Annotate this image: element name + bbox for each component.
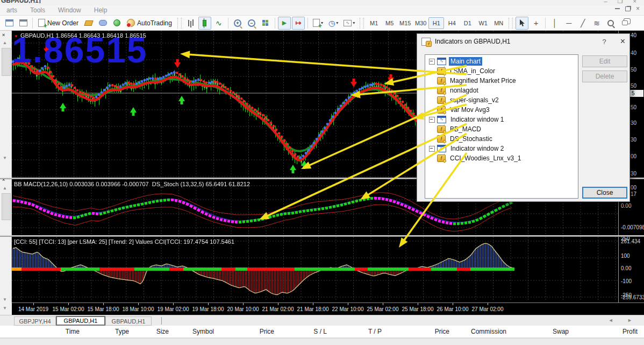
line-chart-icon[interactable]: ∿ bbox=[212, 17, 225, 30]
indicator-function-icon: f bbox=[437, 135, 446, 143]
timeframe-button-d1[interactable]: D1 bbox=[460, 17, 475, 29]
time-tick bbox=[243, 303, 244, 305]
time-tick bbox=[138, 303, 139, 305]
timeframe-button-h4[interactable]: H4 bbox=[444, 17, 460, 29]
tree-row-lsma-in-color[interactable]: fLSMA_in_Color bbox=[425, 66, 578, 76]
status-strip bbox=[0, 338, 644, 345]
periods-icon[interactable]: ◷▾ bbox=[326, 17, 340, 30]
indicator-function-icon: f bbox=[437, 77, 446, 85]
magnifier-icon[interactable] bbox=[604, 17, 617, 30]
column-header-profit: Profit bbox=[575, 326, 644, 337]
chart-tab-1[interactable]: GBPAUD,H1 bbox=[56, 316, 105, 326]
timeframe-button-m5[interactable]: M5 bbox=[382, 17, 397, 29]
time-label: 18 Mar 10:00 bbox=[123, 306, 154, 312]
bar-chart-icon[interactable] bbox=[184, 17, 197, 30]
dialog-close-icon[interactable]: × bbox=[620, 38, 625, 45]
market-watch-icon[interactable] bbox=[82, 17, 95, 30]
signals-icon[interactable] bbox=[110, 17, 123, 30]
templates-icon[interactable]: ∿▾ bbox=[341, 17, 357, 30]
chart-tab-0[interactable]: GBPJPY,H4 bbox=[14, 316, 56, 326]
time-axis[interactable]: 14 Mar 201915 Mar 02:0015 Mar 18:0018 Ma… bbox=[12, 302, 644, 315]
close-icon[interactable]: × bbox=[636, 6, 640, 11]
dock-close-icon[interactable]: × bbox=[2, 32, 5, 38]
tree-row-super-signals-v2[interactable]: fsuper-signals_v2 bbox=[425, 95, 578, 105]
vertical-line-icon[interactable]: │ bbox=[548, 17, 561, 30]
scroll-down-icon[interactable]: ▼ bbox=[3, 156, 7, 160]
tab-divider bbox=[161, 317, 162, 325]
column-header-symbol: Symbol bbox=[175, 326, 220, 337]
tree-row-bb-macd[interactable]: fBB_MACD bbox=[425, 124, 578, 134]
candlestick-chart-icon[interactable] bbox=[198, 17, 211, 30]
app-window-buttons[interactable]: – ❐ × bbox=[604, 0, 641, 5]
tree-row-var-mov-avg3[interactable]: fVar Mov Avg3 bbox=[425, 105, 578, 115]
timeframe-button-mn[interactable]: MN bbox=[491, 17, 506, 29]
scroll-up-icon[interactable]: ▲ bbox=[3, 186, 7, 191]
zoom-out-icon[interactable]: − bbox=[245, 17, 258, 30]
timeframe-button-m30[interactable]: M30 bbox=[413, 17, 428, 29]
crosshair-icon[interactable]: + bbox=[529, 17, 542, 30]
data-center-icon[interactable] bbox=[96, 17, 109, 30]
collapse-icon[interactable] bbox=[429, 59, 435, 65]
timeframe-button-m1[interactable]: M1 bbox=[366, 17, 382, 29]
tree-row-nonlagdot[interactable]: fnonlagdot bbox=[425, 86, 578, 95]
column-header-size: Size bbox=[135, 326, 175, 337]
window-separator[interactable] bbox=[0, 235, 644, 237]
horizontal-line-icon[interactable]: ─ bbox=[562, 17, 575, 30]
menu-item-help[interactable]: Help bbox=[88, 6, 114, 15]
edit-button[interactable]: Edit bbox=[582, 55, 627, 67]
timeframe-group: M1M5M15M30H1H4D1W1MN bbox=[366, 17, 506, 29]
tree-row-main-chart[interactable]: ∿Main chart bbox=[425, 57, 578, 66]
tile-windows-icon[interactable] bbox=[259, 17, 272, 30]
menu-item-arts[interactable]: arts bbox=[0, 6, 24, 15]
scrollbar-thumb[interactable] bbox=[2, 193, 11, 220]
chart-shift-icon[interactable]: ↦ bbox=[292, 17, 305, 30]
help-button[interactable]: ? bbox=[602, 38, 606, 46]
indicators-list-icon[interactable]: ▾ bbox=[311, 17, 325, 30]
macd-window-title: BB MACD(12,26,10) 0.003036 0.003966 -0.0… bbox=[14, 181, 250, 187]
scroll-down-icon[interactable]: ▼ bbox=[3, 306, 7, 311]
indicator-function-icon: f bbox=[437, 67, 446, 75]
trendline-icon[interactable]: ╱ bbox=[576, 17, 589, 30]
menu-item-tools[interactable]: Tools bbox=[24, 6, 52, 15]
time-tick bbox=[383, 303, 383, 305]
time-label: 27 Mar 02:00 bbox=[472, 306, 504, 312]
fibonacci-icon[interactable]: ≋ bbox=[590, 17, 603, 30]
chart-profile-icon[interactable] bbox=[17, 17, 30, 30]
dialog-title-bar[interactable]: Indicators on GBPAUD,H1 ? × bbox=[417, 34, 629, 49]
minimize-icon[interactable] bbox=[615, 8, 620, 9]
tree-row-indicator-window-1[interactable]: ∿Indicator window 1 bbox=[425, 115, 578, 124]
column-header-tp: T / P bbox=[333, 326, 388, 337]
autotrading-button[interactable]: AutoTrading bbox=[124, 17, 175, 30]
cursor-icon[interactable] bbox=[516, 17, 528, 30]
tab-scroll-arrows[interactable]: ◄ ► bbox=[609, 318, 639, 323]
restore-icon[interactable] bbox=[625, 6, 631, 11]
tree-row-ds-stochastic[interactable]: fDS_Stochastic bbox=[425, 134, 578, 144]
indicators-tree[interactable]: ∿Main chartfLSMA_in_ColorfMagnified Mark… bbox=[425, 54, 578, 199]
zoom-in-icon[interactable]: + bbox=[231, 17, 244, 30]
delete-button[interactable]: Delete bbox=[582, 71, 627, 82]
timeframe-button-m15[interactable]: M15 bbox=[397, 17, 413, 29]
timeframe-button-h1[interactable]: H1 bbox=[428, 17, 444, 29]
symbol-dropdown-icon[interactable]: ▼ bbox=[14, 34, 18, 39]
scrollbar-thumb[interactable] bbox=[2, 48, 11, 76]
indicator-function-icon: f bbox=[437, 96, 446, 104]
cci-scale-label: -259.6733 bbox=[621, 294, 644, 300]
timeframe-button-w1[interactable]: W1 bbox=[475, 17, 491, 29]
time-tick bbox=[488, 303, 488, 305]
tree-row-magnified-market-price[interactable]: fMagnified Market Price bbox=[425, 76, 578, 86]
chart-list-icon[interactable] bbox=[3, 17, 16, 30]
comments-icon[interactable] bbox=[618, 17, 631, 30]
tree-row-cci-woodies-lnx-v3-1[interactable]: fCCI_Woodies_Lnx_v3_1 bbox=[425, 153, 578, 163]
price-scale-fragment: 40 bbox=[631, 50, 636, 56]
scroll-up-icon[interactable]: ▲ bbox=[3, 40, 7, 45]
collapse-icon[interactable] bbox=[429, 117, 435, 123]
menu-item-window[interactable]: Window bbox=[52, 6, 88, 15]
scroll-down-icon[interactable]: ▼ bbox=[3, 297, 7, 302]
indicators-dialog: Indicators on GBPAUD,H1 ? × ∿Main chartf… bbox=[417, 33, 630, 202]
auto-scroll-icon[interactable]: ▶ bbox=[278, 17, 291, 30]
new-order-button[interactable]: New Order bbox=[35, 17, 81, 30]
close-button[interactable]: Close bbox=[582, 187, 627, 199]
chart-tab-2[interactable]: GBPAUD,H1 bbox=[105, 316, 152, 326]
collapse-icon[interactable] bbox=[429, 146, 435, 152]
tree-row-indicator-window-2[interactable]: ∿Indicator window 2 bbox=[425, 144, 578, 153]
